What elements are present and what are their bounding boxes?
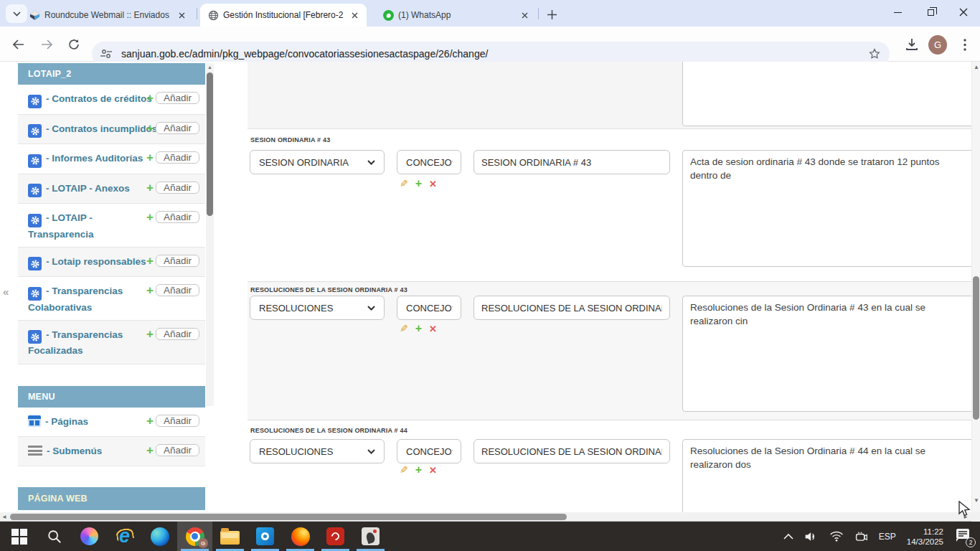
- add-link[interactable]: +Añadir: [146, 414, 199, 428]
- sidebar-item-contratos-creditos[interactable]: - Contratos de créditos +Añadir: [18, 85, 205, 115]
- volume-icon[interactable]: [804, 531, 819, 542]
- acrobat-button[interactable]: [318, 522, 353, 551]
- sidebar-item-transparencias-focalizadas[interactable]: - Transparencias Focalizadas +Añadir: [18, 321, 205, 364]
- close-tab-icon[interactable]: [176, 9, 188, 22]
- type-select[interactable]: RESOLUCIONES: [250, 296, 385, 320]
- add-link[interactable]: +Añadir: [146, 181, 199, 195]
- outlook-button[interactable]: [248, 522, 283, 551]
- sidebar-item-lotaip-anexos[interactable]: - LOTAIP - Anexos +Añadir: [18, 174, 205, 204]
- sidebar-item-lotaip-responsables[interactable]: - Lotaip responsables +Añadir: [18, 248, 205, 278]
- site-info-icon[interactable]: [100, 49, 113, 59]
- add-link[interactable]: +Añadir: [146, 151, 199, 165]
- title-input[interactable]: [473, 150, 670, 174]
- sidebar-item-submenus[interactable]: - Submenús +Añadir: [18, 437, 205, 466]
- forward-button[interactable]: [37, 35, 56, 54]
- sidebar-item-label[interactable]: - Transparencias Colaborativas: [28, 286, 123, 313]
- file-explorer-button[interactable]: [212, 522, 248, 551]
- notification-center-button[interactable]: 2: [954, 527, 973, 546]
- add-link[interactable]: +Añadir: [146, 210, 199, 225]
- edit-icon[interactable]: ✎: [400, 178, 408, 189]
- tab-whatsapp[interactable]: (1) WhatsApp: [375, 4, 537, 27]
- add-link[interactable]: +Añadir: [146, 327, 199, 342]
- copilot-button[interactable]: [72, 522, 107, 551]
- add-icon[interactable]: +: [415, 464, 422, 476]
- vertical-scrollbar-thumb[interactable]: [973, 276, 979, 420]
- start-button[interactable]: [1, 522, 37, 551]
- back-button[interactable]: [9, 35, 27, 54]
- minimize-button[interactable]: [881, 0, 914, 24]
- scroll-up-icon[interactable]: ▲: [206, 65, 214, 70]
- sidebar-item-label[interactable]: - Lotaip responsables: [46, 256, 146, 267]
- sidebar-scrollbar-thumb[interactable]: [207, 72, 213, 216]
- type-select[interactable]: SESION ORDINARIA: [250, 150, 385, 174]
- entity-select[interactable]: CONCEJO: [397, 439, 461, 463]
- scroll-left-icon[interactable]: ◄: [1, 514, 7, 520]
- sidebar-item-label[interactable]: - Informes Auditorías: [46, 153, 143, 164]
- tray-expand-icon[interactable]: [783, 533, 793, 540]
- sidebar-item-label[interactable]: - Contratos de créditos: [46, 93, 152, 104]
- bookmark-star-icon[interactable]: [868, 47, 881, 60]
- meet-now-icon[interactable]: [854, 531, 868, 542]
- sidebar-item-label[interactable]: - Contratos incumplidos: [46, 123, 157, 134]
- url-text[interactable]: sanjuan.gob.ec/admin/pkg_webpage/convoca…: [121, 48, 868, 60]
- delete-icon[interactable]: ✕: [429, 179, 437, 189]
- reload-button[interactable]: [65, 35, 83, 54]
- tab-title: (1) WhatsApp: [398, 10, 514, 20]
- type-select[interactable]: RESOLUCIONES: [250, 439, 385, 463]
- sidebar-item-lotaip-transparencia[interactable]: - LOTAIP - Transparencia +Añadir: [18, 204, 205, 248]
- downloads-button[interactable]: [903, 35, 921, 54]
- close-tab-icon[interactable]: [519, 9, 531, 22]
- sidebar-item-paginas[interactable]: - Páginas +Añadir: [18, 408, 205, 437]
- sidebar-item-label[interactable]: - Transparencias Focalizadas: [28, 329, 123, 357]
- wifi-icon[interactable]: [829, 531, 844, 542]
- chrome-button[interactable]: G: [177, 522, 212, 551]
- tab-gestion-institucional[interactable]: Gestión Institucional [Febrero-2: [200, 4, 367, 27]
- description-textarea[interactable]: Resoluciones de la Sesion Ordinaria # 44…: [682, 439, 971, 512]
- add-link[interactable]: +Añadir: [146, 91, 199, 105]
- page-horizontal-scrollbar[interactable]: ◄ ►: [0, 512, 971, 522]
- taskbar-clock[interactable]: 11:22 14/3/2025: [907, 527, 943, 547]
- description-textarea[interactable]: Resoluciones de la Sesion Ordinaria # 43…: [682, 296, 971, 412]
- delete-icon[interactable]: ✕: [429, 466, 437, 475]
- add-link[interactable]: +Añadir: [146, 443, 199, 458]
- add-icon[interactable]: +: [415, 323, 422, 334]
- sidebar-item-label[interactable]: - Submenús: [47, 446, 102, 456]
- close-tab-icon[interactable]: [349, 9, 361, 22]
- horizontal-scrollbar-thumb[interactable]: [10, 514, 567, 520]
- scroll-down-icon[interactable]: ▼: [972, 497, 980, 504]
- taskbar-search-button[interactable]: [37, 522, 72, 551]
- sidebar-item-transparencias-colaborativas[interactable]: - Transparencias Colaborativas +Añadir: [18, 277, 205, 321]
- scroll-up-icon[interactable]: ▲: [972, 64, 980, 70]
- add-link[interactable]: +Añadir: [146, 121, 199, 136]
- entity-select[interactable]: CONCEJO: [397, 296, 461, 320]
- title-input[interactable]: [473, 439, 670, 463]
- sidebar-collapse-button[interactable]: «: [3, 286, 9, 298]
- description-textarea[interactable]: Acta de sesion ordinaria # 43 donde se t…: [682, 150, 971, 267]
- profile-avatar[interactable]: G: [928, 35, 947, 54]
- add-link[interactable]: +Añadir: [146, 283, 199, 298]
- sidebar-item-label[interactable]: - Páginas: [45, 416, 88, 427]
- app-button[interactable]: [353, 522, 388, 551]
- edit-icon[interactable]: ✎: [400, 464, 408, 476]
- tab-roundcube[interactable]: Roundcube Webmail :: Enviados: [22, 4, 194, 27]
- title-input[interactable]: [473, 296, 670, 320]
- language-indicator[interactable]: ESP: [879, 532, 896, 542]
- page-vertical-scrollbar[interactable]: ▲ ▼: [971, 62, 980, 512]
- restore-button[interactable]: [914, 0, 947, 24]
- internet-explorer-button[interactable]: e: [107, 522, 142, 551]
- add-icon[interactable]: +: [415, 178, 422, 189]
- sidebar-item-contratos-incumplidos[interactable]: - Contratos incumplidos +Añadir: [18, 115, 205, 145]
- sidebar-item-informes-auditorias[interactable]: - Informes Auditorías +Añadir: [18, 144, 205, 174]
- entity-select[interactable]: CONCEJO: [397, 150, 461, 174]
- sidebar-scrollbar[interactable]: ▲: [206, 63, 214, 406]
- description-textarea-partial[interactable]: [682, 62, 971, 126]
- edit-icon[interactable]: ✎: [400, 323, 408, 334]
- add-link[interactable]: +Añadir: [146, 254, 199, 268]
- new-tab-button[interactable]: [542, 5, 561, 24]
- menu-kebab-button[interactable]: [956, 35, 974, 54]
- sidebar-item-label[interactable]: - LOTAIP - Anexos: [46, 183, 130, 194]
- edge-button[interactable]: [142, 522, 177, 551]
- close-window-button[interactable]: [947, 0, 980, 24]
- delete-icon[interactable]: ✕: [429, 324, 437, 334]
- firefox-button[interactable]: [283, 522, 318, 551]
